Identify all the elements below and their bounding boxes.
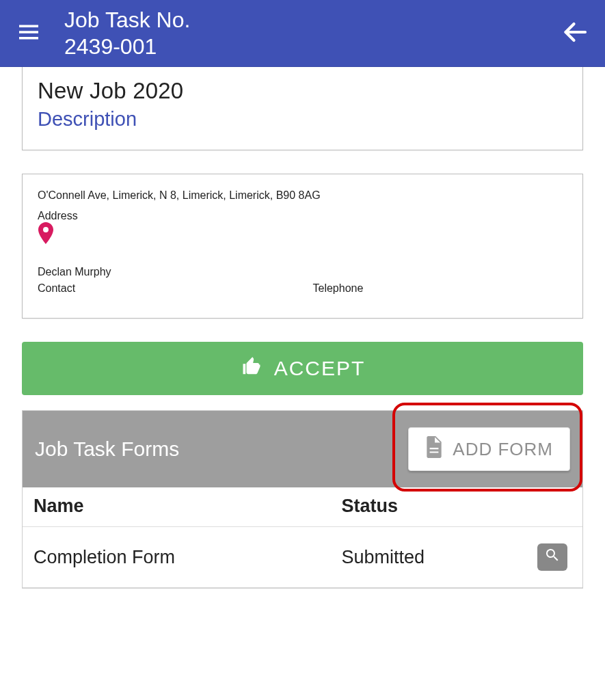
back-button[interactable] xyxy=(560,18,590,49)
menu-icon xyxy=(17,23,40,44)
job-title: New Job 2020 xyxy=(38,78,567,104)
column-header-status: Status xyxy=(330,487,498,527)
address-text: O'Connell Ave, Limerick, N 8, Limerick, … xyxy=(38,189,567,202)
add-form-label: ADD FORM xyxy=(453,439,553,460)
address-label[interactable]: Address xyxy=(38,210,567,222)
job-card: New Job 2020 Description xyxy=(22,67,583,150)
contact-name: Declan Murphy xyxy=(38,266,567,278)
svg-rect-1 xyxy=(19,31,38,33)
menu-button[interactable] xyxy=(15,20,42,47)
forms-section: Job Task Forms ADD FORM Name Status xyxy=(22,410,583,589)
table-row[interactable]: Completion Form Submitted xyxy=(23,527,582,588)
svg-rect-2 xyxy=(19,37,38,40)
thumbs-up-icon xyxy=(240,356,263,381)
app-header: Job Task No. 2439-001 xyxy=(0,0,605,67)
telephone-label[interactable]: Telephone xyxy=(313,282,568,295)
form-status-cell: Submitted xyxy=(330,527,498,588)
contact-label[interactable]: Contact xyxy=(38,282,293,295)
column-header-name: Name xyxy=(23,487,330,527)
add-form-button[interactable]: ADD FORM xyxy=(408,427,570,471)
forms-header: Job Task Forms ADD FORM xyxy=(23,411,582,487)
forms-table: Name Status Completion Form Submitted xyxy=(23,487,582,588)
document-icon xyxy=(425,436,443,463)
title-line-2: 2439-001 xyxy=(64,33,190,59)
accept-label: ACCEPT xyxy=(274,357,366,380)
map-pin-icon[interactable] xyxy=(38,234,54,246)
search-icon xyxy=(544,547,561,568)
form-name-cell: Completion Form xyxy=(23,527,330,588)
accept-button[interactable]: ACCEPT xyxy=(22,342,583,395)
forms-title: Job Task Forms xyxy=(35,438,179,461)
page-title: Job Task No. 2439-001 xyxy=(64,7,190,59)
description-label[interactable]: Description xyxy=(38,108,567,131)
arrow-left-icon xyxy=(563,20,587,47)
location-card: O'Connell Ave, Limerick, N 8, Limerick, … xyxy=(22,174,583,319)
svg-rect-0 xyxy=(19,25,38,27)
title-line-1: Job Task No. xyxy=(64,7,190,33)
view-form-button[interactable] xyxy=(537,543,567,571)
